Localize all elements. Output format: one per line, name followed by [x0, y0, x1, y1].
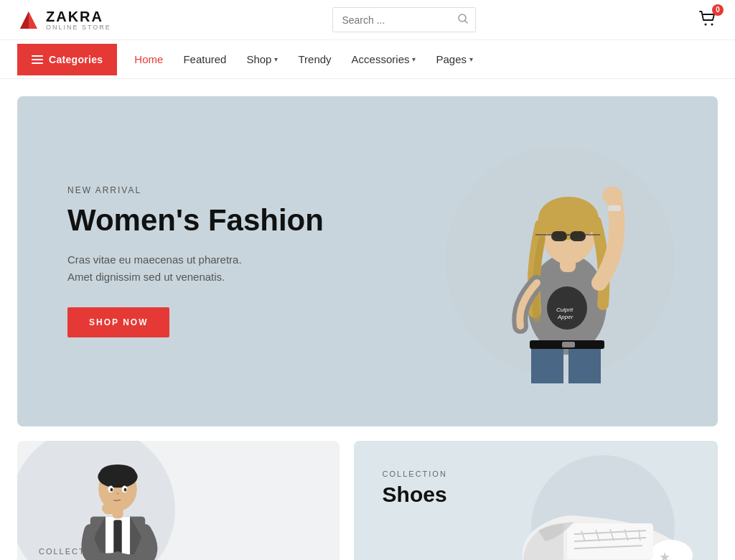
banner-label: NEW ARRIVAL	[67, 185, 324, 195]
search-bar	[332, 7, 476, 32]
cart-button[interactable]: 0	[698, 9, 718, 32]
svg-rect-13	[562, 342, 575, 347]
site-header: ZAKRA ONLINE STORE 0	[0, 0, 735, 40]
svg-point-5	[711, 23, 713, 25]
svg-point-35	[102, 502, 116, 514]
nav-links: Home Featured Shop ▾ Trendy Accessories …	[124, 40, 483, 78]
shop-now-button[interactable]: SHOP NOW	[67, 307, 169, 337]
mens-card-content: COLLECTION Men's	[39, 547, 103, 560]
banner-content: NEW ARRIVAL Women's Fashion Cras vitae e…	[67, 185, 324, 337]
pages-chevron-icon: ▾	[469, 55, 473, 63]
logo-text: ZAKRA ONLINE STORE	[46, 9, 111, 32]
card-shoes: COLLECTION Shoes ★	[354, 441, 718, 560]
svg-rect-18	[570, 231, 586, 241]
hamburger-icon	[32, 55, 43, 64]
svg-rect-11	[568, 344, 601, 383]
svg-point-16	[538, 197, 599, 240]
nav-trendy[interactable]: Trendy	[288, 40, 341, 78]
man-figure-image	[46, 448, 189, 560]
search-input[interactable]	[333, 9, 451, 32]
logo-sub: ONLINE STORE	[46, 24, 111, 32]
main-banner: NEW ARRIVAL Women's Fashion Cras vitae e…	[17, 96, 718, 426]
logo-icon	[17, 9, 40, 32]
bottom-cards: COLLECTION Men's COLLECTION Shoes	[17, 441, 718, 560]
svg-point-34	[124, 488, 127, 492]
search-icon	[458, 14, 468, 24]
nav-pages[interactable]: Pages ▾	[426, 40, 483, 78]
banner-image-area: Culprit Apper	[459, 139, 675, 383]
main-nav: Categories Home Featured Shop ▾ Trendy A…	[0, 40, 735, 79]
svg-rect-10	[531, 344, 563, 383]
mens-card-label: COLLECTION	[39, 547, 103, 556]
woman-figure-image: Culprit Apper	[459, 139, 675, 383]
svg-point-4	[704, 23, 706, 25]
card-mens: COLLECTION Men's	[17, 441, 340, 560]
banner-title: Women's Fashion	[67, 204, 324, 237]
categories-label: Categories	[49, 54, 103, 65]
svg-line-3	[465, 21, 467, 23]
svg-rect-26	[113, 520, 121, 554]
svg-text:Apper: Apper	[557, 314, 574, 320]
shop-chevron-icon: ▾	[274, 55, 278, 63]
svg-text:Culprit: Culprit	[556, 307, 574, 313]
svg-marker-1	[20, 11, 29, 29]
nav-shop[interactable]: Shop ▾	[236, 40, 288, 78]
svg-point-22	[602, 187, 622, 204]
search-button[interactable]	[451, 8, 475, 32]
svg-rect-17	[551, 231, 567, 241]
svg-rect-23	[608, 205, 621, 211]
logo-area[interactable]: ZAKRA ONLINE STORE	[17, 9, 111, 32]
banner-description: Cras vitae eu maecenas ut pharetra. Amet…	[67, 251, 324, 286]
nav-home[interactable]: Home	[124, 40, 173, 78]
svg-point-30	[100, 465, 136, 481]
cart-badge: 0	[712, 4, 724, 16]
svg-point-33	[111, 488, 113, 492]
nav-accessories[interactable]: Accessories ▾	[342, 40, 426, 78]
shoe-image: ★	[510, 477, 696, 560]
accessories-chevron-icon: ▾	[412, 55, 416, 63]
categories-button[interactable]: Categories	[17, 44, 117, 75]
nav-featured[interactable]: Featured	[173, 40, 236, 78]
logo-name: ZAKRA	[46, 9, 111, 24]
svg-text:★: ★	[659, 550, 670, 560]
